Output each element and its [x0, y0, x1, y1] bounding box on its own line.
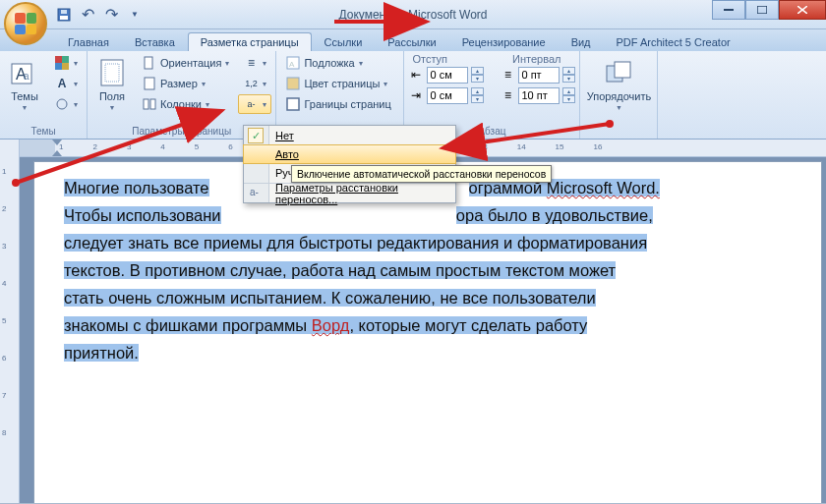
vertical-ruler: 12345678 — [0, 140, 20, 503]
hyphenation-dropdown: ✓ Нет Авто Ручная a- Параметры расстанов… — [243, 125, 456, 203]
tab-pdf[interactable]: PDF Architect 5 Creator — [604, 32, 743, 51]
indent-label: Отступ — [412, 53, 447, 65]
redo-icon[interactable]: ↷ — [102, 6, 120, 24]
themes-icon: Aa — [9, 57, 40, 88]
theme-colors-button[interactable]: ▾ — [49, 53, 83, 73]
dropdown-item-none[interactable]: ✓ Нет — [244, 126, 455, 145]
margins-icon — [96, 57, 128, 88]
check-icon: ✓ — [248, 128, 264, 143]
office-button[interactable] — [4, 2, 47, 45]
page-color-icon — [285, 76, 301, 91]
maximize-button[interactable] — [745, 0, 779, 20]
group-label-themes: Темы — [4, 125, 83, 139]
arrange-icon — [603, 57, 634, 88]
columns-button[interactable]: Колонки▾ — [137, 94, 234, 114]
space-before-icon: ≡ — [500, 67, 515, 83]
tooltip: Включение автоматической расстановки пер… — [291, 165, 552, 183]
orientation-icon — [142, 55, 157, 71]
svg-rect-23 — [287, 78, 299, 89]
svg-rect-10 — [55, 56, 62, 63]
svg-rect-19 — [144, 99, 148, 109]
svg-rect-2 — [61, 10, 67, 14]
line-numbers-icon: 1,2 — [243, 76, 259, 91]
themes-button[interactable]: Aa Темы ▼ — [4, 53, 45, 125]
indent-right-icon: ⇥ — [408, 87, 424, 103]
watermark-button[interactable]: AПодложка▾ — [280, 53, 395, 73]
page-borders-icon — [285, 96, 301, 112]
breaks-button[interactable]: ≡▾ — [238, 53, 271, 73]
svg-rect-12 — [55, 63, 62, 70]
theme-effects-button[interactable]: ▾ — [49, 94, 83, 114]
svg-rect-3 — [724, 9, 734, 11]
space-before-spinner[interactable]: ≡▴▾ — [500, 65, 575, 84]
line-numbers-button[interactable]: 1,2▾ — [238, 74, 271, 93]
hyphenation-button[interactable]: a-▾ — [238, 94, 271, 114]
window-controls — [712, 0, 826, 22]
fonts-icon: A — [54, 76, 70, 91]
ribbon-tabs: Главная Вставка Разметка страницы Ссылки… — [0, 29, 826, 51]
colors-icon — [54, 55, 70, 71]
group-arrange: Упорядочить ▼ — [580, 51, 658, 139]
orientation-button[interactable]: Ориентация▾ — [137, 53, 234, 73]
watermark-icon: A — [285, 55, 301, 71]
svg-rect-17 — [145, 57, 152, 69]
quick-access-toolbar: ↶ ↷ ▼ — [55, 6, 144, 24]
tab-mailings[interactable]: Рассылки — [375, 32, 448, 51]
indent-left-spinner[interactable]: ⇤▴▾ — [408, 65, 484, 84]
page-borders-button[interactable]: Границы страниц — [280, 94, 395, 114]
document-page[interactable]: Многие пользоватеxxxxxxxxxxxxxxxxxxxxxxx… — [33, 161, 822, 503]
group-themes: Aa Темы ▼ ▾ A▾ ▾ Темы — [0, 51, 88, 139]
group-label-arrange — [584, 136, 653, 139]
arrange-button[interactable]: Упорядочить ▼ — [584, 53, 653, 136]
svg-rect-1 — [60, 16, 68, 20]
tab-insert[interactable]: Вставка — [122, 32, 188, 51]
save-icon[interactable] — [55, 6, 73, 24]
undo-icon[interactable]: ↶ — [79, 6, 96, 24]
hyphenation-options-icon: a- — [250, 187, 264, 200]
dropdown-item-auto[interactable]: Авто — [243, 144, 456, 164]
tab-review[interactable]: Рецензирование — [449, 32, 559, 51]
svg-rect-18 — [145, 78, 154, 89]
tab-home[interactable]: Главная — [55, 32, 122, 51]
margins-button[interactable]: Поля ▼ — [91, 53, 133, 125]
effects-icon — [54, 96, 70, 112]
svg-point-14 — [57, 99, 67, 109]
dropdown-item-options[interactable]: a- Параметры расстановки переносов... — [244, 183, 455, 202]
svg-rect-11 — [62, 56, 69, 63]
spacing-label: Интервал — [512, 53, 560, 65]
tab-view[interactable]: Вид — [559, 32, 604, 51]
size-icon — [142, 76, 157, 91]
hyphenation-icon: a- — [243, 96, 259, 112]
svg-rect-26 — [615, 62, 630, 78]
columns-icon — [142, 96, 157, 112]
svg-rect-24 — [287, 98, 299, 110]
svg-text:A: A — [289, 60, 295, 69]
tab-page-layout[interactable]: Разметка страницы — [188, 32, 312, 51]
svg-rect-20 — [150, 99, 155, 109]
space-after-icon: ≡ — [500, 87, 515, 103]
close-button[interactable] — [779, 0, 826, 20]
indent-left-icon: ⇤ — [408, 67, 424, 83]
qat-dropdown-icon[interactable]: ▼ — [126, 6, 144, 24]
page-color-button[interactable]: Цвет страницы▾ — [280, 74, 395, 93]
svg-rect-4 — [757, 6, 767, 14]
theme-fonts-button[interactable]: A▾ — [49, 74, 83, 93]
title-bar: ↶ ↷ ▼ Документ1 - Microsoft Word — [0, 0, 826, 29]
svg-text:a: a — [24, 71, 30, 82]
size-button[interactable]: Размер▾ — [137, 74, 234, 93]
breaks-icon: ≡ — [243, 55, 259, 71]
svg-rect-13 — [62, 63, 69, 70]
tab-references[interactable]: Ссылки — [312, 32, 376, 51]
minimize-button[interactable] — [712, 0, 745, 20]
indent-right-spinner[interactable]: ⇥▴▾ — [408, 85, 484, 105]
space-after-spinner[interactable]: ≡▴▾ — [500, 85, 575, 105]
